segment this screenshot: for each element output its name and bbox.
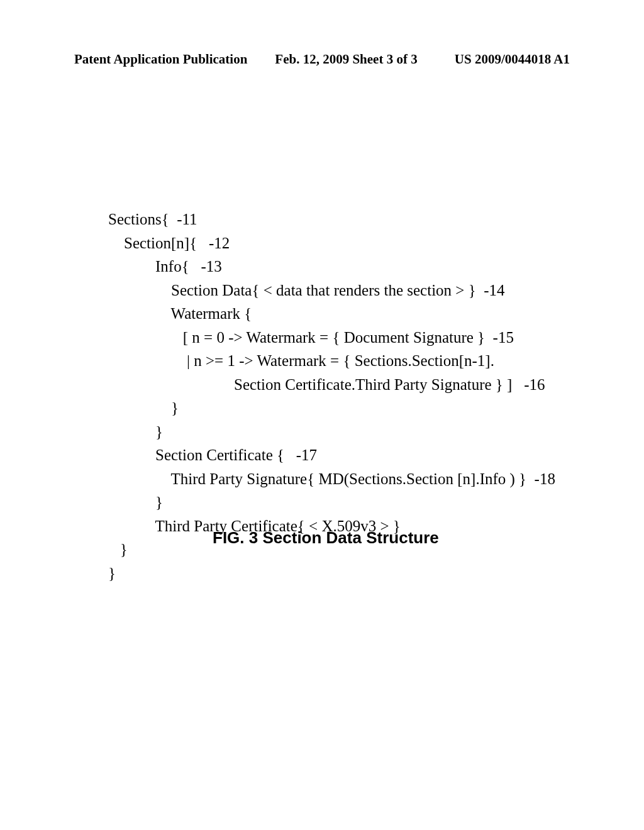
code-line: Section Certificate.Third Party Signatur…: [108, 376, 545, 393]
code-line: Third Party Signature{ MD(Sections.Secti…: [108, 470, 555, 487]
page-header: Patent Application Publication Feb. 12, …: [74, 52, 570, 67]
code-line: | n >= 1 -> Watermark = { Sections.Secti…: [108, 352, 494, 369]
code-line: }: [108, 565, 116, 582]
code-line: Sections{ -11: [108, 211, 197, 228]
header-center: Feb. 12, 2009 Sheet 3 of 3: [275, 52, 417, 67]
code-line: Section Data{ < data that renders the se…: [108, 282, 505, 299]
code-line: [ n = 0 -> Watermark = { Document Signat…: [108, 329, 514, 346]
header-right: US 2009/0044018 A1: [418, 52, 570, 67]
header-left: Patent Application Publication: [74, 52, 247, 67]
figure-caption: FIG. 3 Section Data Structure: [213, 528, 439, 548]
code-line: }: [108, 423, 163, 440]
code-line: }: [108, 541, 128, 558]
code-line: }: [108, 494, 163, 511]
code-line: Info{ -13: [108, 258, 222, 275]
code-line: }: [108, 399, 179, 416]
code-line: Section Certificate { -17: [108, 446, 317, 463]
code-line: Section[n]{ -12: [108, 235, 230, 252]
code-line: Watermark {: [108, 305, 252, 322]
